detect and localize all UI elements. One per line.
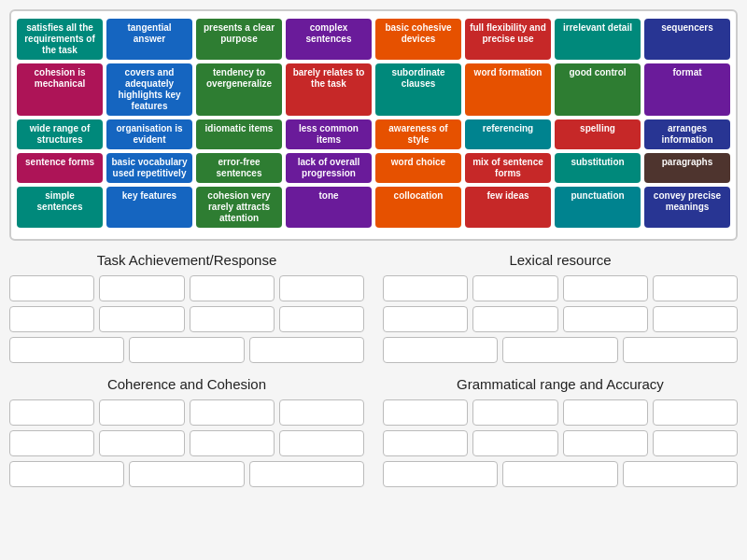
section-title-0: Task Achievement/Response xyxy=(9,252,364,268)
drop-box-2-2-2[interactable] xyxy=(623,337,738,363)
drop-box-2-0-1[interactable] xyxy=(472,275,557,301)
tile-3-1[interactable]: basic vocabulary used repetitively xyxy=(106,153,192,183)
drop-row-0-2 xyxy=(9,337,364,363)
tile-3-7[interactable]: paragraphs xyxy=(644,153,730,183)
tile-4-6[interactable]: punctuation xyxy=(555,187,641,228)
tile-0-3[interactable]: complex sentences xyxy=(286,19,372,60)
tile-3-3[interactable]: lack of overall progression xyxy=(286,153,372,183)
tile-4-5[interactable]: few ideas xyxy=(465,187,551,228)
tile-0-0[interactable]: satisfies all the requirements of the ta… xyxy=(17,19,103,60)
drop-box-1-1-0[interactable] xyxy=(9,430,94,456)
drop-box-0-0-3[interactable] xyxy=(279,275,364,301)
drop-box-3-2-1[interactable] xyxy=(502,461,617,487)
drop-box-1-1-3[interactable] xyxy=(279,430,364,456)
drop-box-2-1-3[interactable] xyxy=(653,306,738,332)
tile-2-2[interactable]: idiomatic items xyxy=(196,119,282,149)
drop-box-3-2-0[interactable] xyxy=(383,461,498,487)
drop-box-3-0-3[interactable] xyxy=(653,399,738,426)
drop-box-1-0-0[interactable] xyxy=(9,399,94,426)
drop-box-2-0-2[interactable] xyxy=(563,275,648,301)
tile-1-0[interactable]: cohesion is mechanical xyxy=(17,63,103,116)
drop-box-3-1-0[interactable] xyxy=(383,430,468,456)
drop-box-1-2-2[interactable] xyxy=(249,461,364,487)
drop-row-1-0 xyxy=(9,399,364,426)
tile-2-1[interactable]: organisation is evident xyxy=(106,119,192,149)
tile-row-4: simple sentenceskey featurescohesion ver… xyxy=(17,187,730,228)
tile-row-1: cohesion is mechanicalcovers and adequat… xyxy=(17,63,730,116)
drop-box-0-0-1[interactable] xyxy=(99,275,184,301)
tile-2-7[interactable]: arranges information xyxy=(644,119,730,149)
drop-box-1-1-2[interactable] xyxy=(190,430,275,456)
tile-0-6[interactable]: irrelevant detail xyxy=(555,19,641,60)
drop-box-3-1-3[interactable] xyxy=(653,430,738,456)
drop-box-0-0-2[interactable] xyxy=(190,275,275,301)
drop-box-2-2-0[interactable] xyxy=(383,337,498,363)
tiles-area: satisfies all the requirements of the ta… xyxy=(9,9,738,241)
tile-2-5[interactable]: referencing xyxy=(465,119,551,149)
drop-box-0-1-1[interactable] xyxy=(99,306,184,332)
tile-4-4[interactable]: collocation xyxy=(375,187,461,228)
drop-box-2-1-1[interactable] xyxy=(472,306,557,332)
drop-box-1-1-1[interactable] xyxy=(99,430,184,456)
drop-box-2-0-3[interactable] xyxy=(653,275,738,301)
drop-row-2-1 xyxy=(383,306,738,332)
drop-box-0-2-2[interactable] xyxy=(249,337,364,363)
tile-4-1[interactable]: key features xyxy=(106,187,192,228)
drop-row-0-0 xyxy=(9,275,364,301)
drop-box-3-0-2[interactable] xyxy=(563,399,648,426)
tile-row-3: sentence formsbasic vocabulary used repe… xyxy=(17,153,730,183)
left-column: Task Achievement/ResponseCoherence and C… xyxy=(9,252,364,487)
tile-2-4[interactable]: awareness of style xyxy=(375,119,461,149)
drop-box-1-0-1[interactable] xyxy=(99,399,184,426)
drop-box-3-2-2[interactable] xyxy=(623,461,738,487)
drop-row-0-1 xyxy=(9,306,364,332)
tile-0-1[interactable]: tangential answer xyxy=(106,19,192,60)
tile-2-3[interactable]: less common items xyxy=(286,119,372,149)
drop-row-2-2 xyxy=(383,337,738,363)
tile-4-2[interactable]: cohesion very rarely attracts attention xyxy=(196,187,282,228)
tile-1-6[interactable]: good control xyxy=(555,63,641,116)
tile-0-5[interactable]: full flexibility and precise use xyxy=(465,19,551,60)
tile-3-0[interactable]: sentence forms xyxy=(17,153,103,183)
tile-3-2[interactable]: error-free sentences xyxy=(196,153,282,183)
tile-2-0[interactable]: wide range of structures xyxy=(17,119,103,149)
drop-box-3-0-0[interactable] xyxy=(383,399,468,426)
tile-1-4[interactable]: subordinate clauses xyxy=(375,63,461,116)
drop-box-2-1-0[interactable] xyxy=(383,306,468,332)
drop-box-0-1-2[interactable] xyxy=(190,306,275,332)
tile-2-6[interactable]: spelling xyxy=(555,119,641,149)
drop-box-3-1-2[interactable] xyxy=(563,430,648,456)
tile-3-5[interactable]: mix of sentence forms xyxy=(465,153,551,183)
section-title-1: Coherence and Cohesion xyxy=(9,376,364,392)
tile-3-4[interactable]: word choice xyxy=(375,153,461,183)
drop-section-3: Grammatical range and Accuracy xyxy=(383,376,738,487)
tile-3-6[interactable]: substitution xyxy=(555,153,641,183)
drop-box-0-1-0[interactable] xyxy=(9,306,94,332)
tile-4-3[interactable]: tone xyxy=(286,187,372,228)
drop-box-1-2-0[interactable] xyxy=(9,461,124,487)
drop-box-2-1-2[interactable] xyxy=(563,306,648,332)
drop-sections: Task Achievement/ResponseCoherence and C… xyxy=(9,252,738,487)
drop-box-2-0-0[interactable] xyxy=(383,275,468,301)
drop-box-0-0-0[interactable] xyxy=(9,275,94,301)
tile-4-7[interactable]: convey precise meanings xyxy=(644,187,730,228)
tile-1-5[interactable]: word formation xyxy=(465,63,551,116)
drop-box-0-2-0[interactable] xyxy=(9,337,124,363)
tile-1-3[interactable]: barely relates to the task xyxy=(286,63,372,116)
drop-box-0-2-1[interactable] xyxy=(129,337,244,363)
drop-box-1-0-3[interactable] xyxy=(279,399,364,426)
tile-0-2[interactable]: presents a clear purpose xyxy=(196,19,282,60)
drop-box-0-1-3[interactable] xyxy=(279,306,364,332)
drop-rows-0 xyxy=(9,275,364,363)
tile-1-7[interactable]: format xyxy=(644,63,730,116)
tile-0-7[interactable]: sequencers xyxy=(644,19,730,60)
tile-4-0[interactable]: simple sentences xyxy=(17,187,103,228)
drop-box-1-0-2[interactable] xyxy=(190,399,275,426)
drop-box-3-1-1[interactable] xyxy=(472,430,557,456)
tile-0-4[interactable]: basic cohesive devices xyxy=(375,19,461,60)
drop-box-2-2-1[interactable] xyxy=(502,337,617,363)
tile-1-2[interactable]: tendency to overgeneralize xyxy=(196,63,282,116)
tile-1-1[interactable]: covers and adequately highlights key fea… xyxy=(106,63,192,116)
drop-box-1-2-1[interactable] xyxy=(129,461,244,487)
drop-box-3-0-1[interactable] xyxy=(472,399,557,426)
